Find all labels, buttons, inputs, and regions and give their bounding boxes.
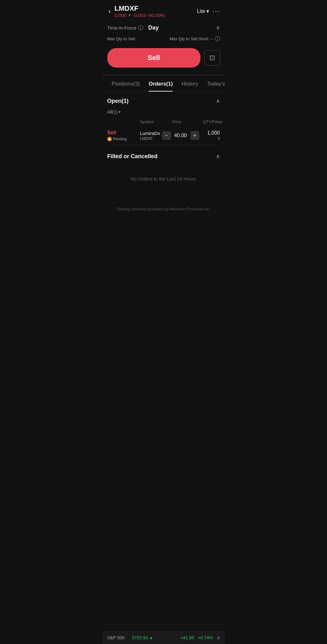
- order-side-block: Sell ⏰ Pending: [107, 130, 139, 141]
- back-button[interactable]: ‹: [107, 6, 112, 17]
- order-status-text: Pending: [113, 137, 127, 141]
- filled-section-collapse-icon[interactable]: ∧: [216, 153, 220, 160]
- clock-icon: ⏰: [107, 137, 112, 141]
- sell-button[interactable]: Sell: [107, 48, 200, 68]
- ticker-name: LMDXF: [115, 4, 195, 13]
- col-header-symbol: Symbol: [140, 119, 154, 124]
- tif-value: Day: [148, 25, 213, 31]
- order-qty: 1,000: [201, 130, 220, 136]
- qty-row: Max Qty to Sell ··· Max Qty to Sell Shor…: [102, 34, 225, 46]
- tif-chevron-icon[interactable]: ∨: [216, 24, 220, 31]
- header: ‹ LMDXF 0.000 ▼ -0.003 -90.00% Lite ▾ ··…: [102, 0, 225, 21]
- lite-label: Lite: [197, 8, 205, 14]
- order-price-qty-block: − 40.00 + 1,000 0: [162, 130, 220, 141]
- max-sell-label: Max Qty to Sell ···: [107, 36, 167, 41]
- table-header: Symbol Price QTY/Filled: [107, 118, 220, 127]
- tif-info-icon[interactable]: i: [138, 25, 143, 30]
- max-sell-value: ···: [138, 36, 141, 41]
- price-plus-button[interactable]: +: [190, 131, 199, 140]
- col-header-qty: QTY/Filled: [194, 119, 222, 124]
- filled-section-title: Filled or Cancelled: [107, 153, 158, 160]
- order-filled: 0: [201, 136, 220, 141]
- open-section-header: Open(1) ∧: [107, 92, 220, 108]
- open-section-title: Open(1): [107, 98, 129, 104]
- more-button[interactable]: ···: [213, 8, 220, 15]
- chevron-down-icon: ▾: [206, 8, 209, 14]
- header-right: Lite ▾ ···: [197, 8, 220, 15]
- price-minus-button[interactable]: −: [162, 131, 171, 140]
- ticker-price: 0.000 ▼ -0.003 -90.00%: [115, 13, 195, 18]
- tab-positions[interactable]: Positions(3): [107, 76, 144, 92]
- order-row: Sell ⏰ Pending LumiraDx LMDXF − 40.00 + …: [107, 127, 220, 145]
- max-sell-short-block: Max Qty to Sell Short -- i: [170, 36, 220, 41]
- empty-orders-message: No Orders in the Last 24 Hours: [107, 164, 220, 188]
- tif-row: Time-in-Force i Day ∨: [102, 21, 225, 34]
- tab-today-stat[interactable]: Today's Stat: [203, 76, 225, 92]
- order-status: ⏰ Pending: [107, 137, 139, 141]
- order-ticker: LMDXF: [140, 136, 161, 141]
- filled-section-header: Filled or Cancelled ∧: [107, 147, 220, 164]
- tif-label: Time-in-Force i: [107, 25, 144, 31]
- price-change: -0.003: [132, 13, 146, 18]
- filled-section: Filled or Cancelled ∧ No Orders in the L…: [107, 147, 220, 188]
- order-qty-block: 1,000 0: [201, 130, 220, 141]
- lite-button[interactable]: Lite ▾: [197, 8, 209, 14]
- ticker-info: LMDXF 0.000 ▼ -0.003 -90.00%: [115, 4, 195, 18]
- open-section-collapse-icon[interactable]: ∧: [216, 97, 220, 104]
- order-company: LumiraDx: [140, 130, 161, 136]
- tab-orders[interactable]: Orders(1): [144, 76, 177, 92]
- price-value: 0.000: [115, 13, 127, 18]
- tif-label-text: Time-in-Force: [107, 25, 137, 31]
- filter-row: All(1) ▾: [107, 108, 220, 118]
- max-sell-short-value: --: [210, 36, 213, 41]
- order-template-icon: ⊡: [209, 54, 215, 62]
- sell-short-info-icon[interactable]: i: [215, 36, 220, 41]
- col-header-price: Price: [161, 119, 193, 124]
- order-template-button[interactable]: ⊡: [204, 50, 220, 66]
- col-header-side: [107, 119, 139, 124]
- price-change-pct: -90.00%: [147, 13, 165, 18]
- order-price: 40.00: [173, 133, 189, 138]
- order-side-label: Sell: [107, 130, 139, 136]
- filter-dropdown-icon: ▾: [119, 110, 121, 114]
- sell-section: Sell ⊡: [102, 46, 225, 74]
- filter-label: All(1): [107, 109, 118, 114]
- arrow-down-icon: ▼: [127, 13, 131, 18]
- tabs-bar: Positions(3) Orders(1) History Today's S…: [102, 76, 225, 92]
- footer-text: Trading services provided by Moomoo Fina…: [107, 188, 220, 218]
- tab-history[interactable]: History: [177, 76, 203, 92]
- order-symbol-block: LumiraDx LMDXF: [140, 130, 161, 141]
- max-sell-short-label: Max Qty to Sell Short: [170, 36, 208, 41]
- all-filter-button[interactable]: All(1) ▾: [107, 109, 121, 114]
- content-area: Open(1) ∧ All(1) ▾ Symbol Price QTY/Fill…: [102, 92, 225, 218]
